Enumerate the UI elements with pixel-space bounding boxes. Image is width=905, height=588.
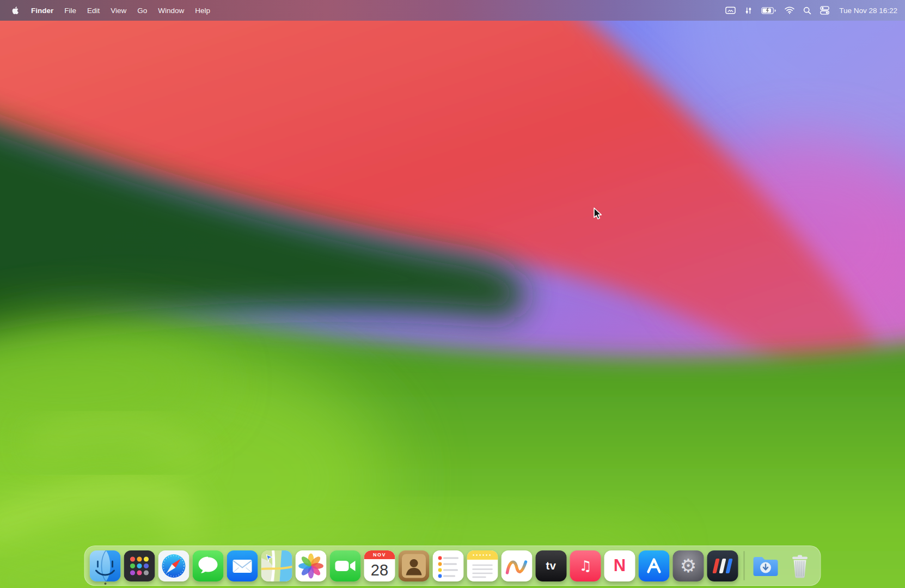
dock-separator bbox=[744, 551, 745, 580]
dock-appstore-icon[interactable] bbox=[639, 550, 670, 581]
tv-glyph: tv bbox=[546, 560, 557, 572]
dock-notes-icon[interactable] bbox=[467, 550, 498, 581]
dock-reminders-icon[interactable] bbox=[433, 550, 464, 581]
dock-tv-icon[interactable]: tv bbox=[536, 550, 567, 581]
dock-messages-icon[interactable] bbox=[193, 550, 224, 581]
apple-menu-icon[interactable] bbox=[5, 0, 26, 21]
dock-mail-icon[interactable] bbox=[227, 550, 258, 581]
dock-contacts-icon[interactable] bbox=[399, 550, 430, 581]
music-note-glyph: ♫ bbox=[579, 558, 591, 574]
menu-file[interactable]: File bbox=[59, 0, 82, 21]
dock-photos-icon[interactable] bbox=[296, 550, 327, 581]
running-indicator-dot bbox=[104, 583, 106, 585]
parallels-stripes bbox=[707, 550, 738, 581]
dock-downloads-folder-icon[interactable] bbox=[750, 550, 781, 581]
dock-maps-icon[interactable] bbox=[261, 550, 292, 581]
control-center-icon[interactable] bbox=[820, 6, 829, 15]
dock-trash-icon[interactable] bbox=[785, 550, 816, 581]
dock-facetime-icon[interactable] bbox=[330, 550, 361, 581]
menu-clock[interactable]: Tue Nov 28 16:22 bbox=[839, 7, 897, 15]
dock-freeform-icon[interactable] bbox=[502, 550, 533, 581]
battery-charging-icon[interactable] bbox=[761, 7, 776, 14]
screen-mirroring-icon[interactable] bbox=[725, 7, 736, 15]
menu-help[interactable]: Help bbox=[189, 0, 216, 21]
menu-go[interactable]: Go bbox=[132, 0, 152, 21]
menu-bar: Finder File Edit View Go Window Help bbox=[0, 0, 905, 21]
dock-news-icon[interactable]: N bbox=[604, 550, 635, 581]
dock-system-settings-icon[interactable]: ⚙ bbox=[673, 550, 704, 581]
dock-finder-icon[interactable] bbox=[90, 550, 121, 581]
calendar-month-label: NOV bbox=[364, 550, 395, 559]
sliders-icon[interactable] bbox=[744, 7, 753, 15]
wifi-icon[interactable] bbox=[785, 7, 794, 14]
menu-window[interactable]: Window bbox=[152, 0, 189, 21]
screen: Finder File Edit View Go Window Help bbox=[0, 0, 905, 588]
dock: NOV 28 bbox=[84, 546, 821, 586]
gear-glyph: ⚙ bbox=[680, 556, 696, 575]
spotlight-icon[interactable] bbox=[803, 7, 811, 15]
menu-edit[interactable]: Edit bbox=[82, 0, 105, 21]
menu-view[interactable]: View bbox=[105, 0, 132, 21]
dock-launchpad-icon[interactable] bbox=[124, 550, 155, 581]
dock-music-icon[interactable]: ♫ bbox=[570, 550, 601, 581]
calendar-day-label: 28 bbox=[364, 559, 395, 581]
desktop-wallpaper[interactable] bbox=[0, 0, 905, 588]
dock-parallels-icon[interactable] bbox=[707, 550, 738, 581]
dock-calendar-icon[interactable]: NOV 28 bbox=[364, 550, 395, 581]
menu-app-name[interactable]: Finder bbox=[26, 0, 59, 21]
news-n-glyph: N bbox=[614, 556, 626, 575]
dock-safari-icon[interactable] bbox=[158, 550, 189, 581]
